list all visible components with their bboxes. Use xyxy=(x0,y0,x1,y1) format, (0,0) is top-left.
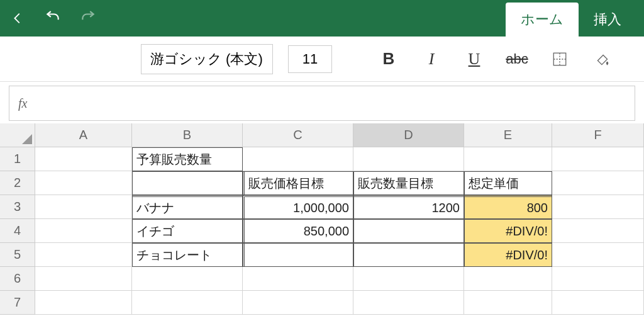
underline-button[interactable]: U xyxy=(460,45,488,73)
cell-D5[interactable] xyxy=(353,243,464,267)
spreadsheet-grid[interactable]: A B C D E F 1 予算販売数量 2 販売価格目標 販売数量目標 想定単… xyxy=(0,123,644,315)
cell-F4[interactable] xyxy=(552,219,644,243)
cell-C3[interactable]: 1,000,000 xyxy=(243,195,353,219)
cell-A1[interactable] xyxy=(35,147,132,171)
ribbon-tabs: ホーム 挿入 xyxy=(506,0,636,37)
row-header-3[interactable]: 3 xyxy=(0,195,35,219)
cell-A5[interactable] xyxy=(35,243,132,267)
italic-button[interactable]: I xyxy=(418,45,445,73)
tab-home[interactable]: ホーム xyxy=(506,3,579,37)
formula-bar: fx xyxy=(9,86,635,121)
cell-C5[interactable] xyxy=(243,243,353,267)
cell-B6[interactable] xyxy=(132,267,243,291)
cell-B7[interactable] xyxy=(132,291,243,315)
borders-button[interactable] xyxy=(546,45,574,73)
formula-input[interactable] xyxy=(36,86,635,120)
cell-B4[interactable]: イチゴ xyxy=(132,219,243,243)
cell-F6[interactable] xyxy=(552,267,644,291)
cell-C1[interactable] xyxy=(243,147,353,171)
cell-E6[interactable] xyxy=(464,267,552,291)
cell-E2[interactable]: 想定単価 xyxy=(464,171,552,195)
cell-C2[interactable]: 販売価格目標 xyxy=(243,171,353,195)
cell-F3[interactable] xyxy=(552,195,644,219)
redo-icon xyxy=(78,8,98,28)
cell-B1[interactable]: 予算販売数量 xyxy=(132,147,243,171)
cell-D4[interactable] xyxy=(353,219,464,243)
cell-A3[interactable] xyxy=(35,195,132,219)
cell-C6[interactable] xyxy=(243,267,353,291)
col-header-F[interactable]: F xyxy=(552,123,644,147)
cell-C4[interactable]: 850,000 xyxy=(243,219,353,243)
row-header-4[interactable]: 4 xyxy=(0,219,35,243)
row-header-6[interactable]: 6 xyxy=(0,267,35,291)
cell-C7[interactable] xyxy=(243,291,353,315)
row-header-2[interactable]: 2 xyxy=(0,171,35,195)
ribbon: 游ゴシック (本文) 11 B I U abc xyxy=(0,37,644,82)
cell-B3[interactable]: バナナ xyxy=(132,195,243,219)
col-header-D[interactable]: D xyxy=(353,123,464,147)
tab-insert[interactable]: 挿入 xyxy=(579,3,636,37)
cell-E3[interactable]: 800 xyxy=(464,195,552,219)
cell-E4[interactable]: #DIV/0! xyxy=(464,219,552,243)
cell-F7[interactable] xyxy=(552,291,644,315)
row-header-5[interactable]: 5 xyxy=(0,243,35,267)
col-header-B[interactable]: B xyxy=(132,123,243,147)
col-header-C[interactable]: C xyxy=(243,123,353,147)
cell-E1[interactable] xyxy=(464,147,552,171)
row-header-1[interactable]: 1 xyxy=(0,147,35,171)
select-all-corner[interactable] xyxy=(0,123,35,147)
cell-A4[interactable] xyxy=(35,219,132,243)
cell-D6[interactable] xyxy=(353,267,464,291)
undo-icon[interactable] xyxy=(43,8,63,28)
back-icon[interactable] xyxy=(8,8,28,28)
titlebar: ホーム 挿入 xyxy=(0,0,644,37)
row-header-7[interactable]: 7 xyxy=(0,291,35,315)
cell-B2[interactable] xyxy=(132,171,243,195)
cell-B5[interactable]: チョコレート xyxy=(132,243,243,267)
font-size-input[interactable]: 11 xyxy=(288,45,332,73)
col-header-A[interactable]: A xyxy=(35,123,132,147)
strikethrough-button[interactable]: abc xyxy=(503,45,531,73)
cell-D1[interactable] xyxy=(353,147,464,171)
cell-F1[interactable] xyxy=(552,147,644,171)
fx-icon[interactable]: fx xyxy=(9,96,36,111)
cell-A6[interactable] xyxy=(35,267,132,291)
fill-color-button[interactable] xyxy=(589,45,616,73)
cell-D7[interactable] xyxy=(353,291,464,315)
col-header-E[interactable]: E xyxy=(464,123,552,147)
font-name-select[interactable]: 游ゴシック (本文) xyxy=(141,44,273,74)
cell-E5[interactable]: #DIV/0! xyxy=(464,243,552,267)
cell-A2[interactable] xyxy=(35,171,132,195)
bold-button[interactable]: B xyxy=(375,45,402,73)
cell-F5[interactable] xyxy=(552,243,644,267)
cell-F2[interactable] xyxy=(552,171,644,195)
cell-E7[interactable] xyxy=(464,291,552,315)
cell-D2[interactable]: 販売数量目標 xyxy=(353,171,464,195)
cell-D3[interactable]: 1200 xyxy=(353,195,464,219)
cell-A7[interactable] xyxy=(35,291,132,315)
